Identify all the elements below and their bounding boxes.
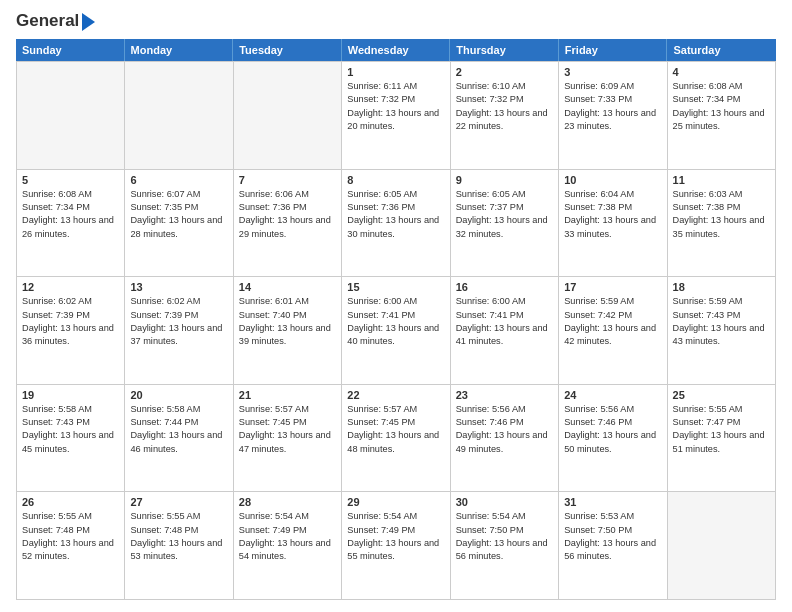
day-info: Sunrise: 6:02 AMSunset: 7:39 PMDaylight:… xyxy=(22,295,119,348)
day-info: Sunrise: 5:59 AMSunset: 7:43 PMDaylight:… xyxy=(673,295,770,348)
calendar-cell: 23Sunrise: 5:56 AMSunset: 7:46 PMDayligh… xyxy=(451,385,559,493)
calendar-cell: 7Sunrise: 6:06 AMSunset: 7:36 PMDaylight… xyxy=(234,170,342,278)
logo-general-text: General xyxy=(16,12,79,31)
day-header-sunday: Sunday xyxy=(16,39,125,61)
day-number: 10 xyxy=(564,174,661,186)
calendar-body: 1Sunrise: 6:11 AMSunset: 7:32 PMDaylight… xyxy=(16,61,776,600)
calendar-cell: 18Sunrise: 5:59 AMSunset: 7:43 PMDayligh… xyxy=(668,277,776,385)
calendar-cell xyxy=(668,492,776,600)
day-number: 12 xyxy=(22,281,119,293)
day-info: Sunrise: 6:05 AMSunset: 7:37 PMDaylight:… xyxy=(456,188,553,241)
calendar-cell xyxy=(125,62,233,170)
calendar-cell xyxy=(234,62,342,170)
calendar-cell: 10Sunrise: 6:04 AMSunset: 7:38 PMDayligh… xyxy=(559,170,667,278)
calendar-cell: 21Sunrise: 5:57 AMSunset: 7:45 PMDayligh… xyxy=(234,385,342,493)
day-number: 6 xyxy=(130,174,227,186)
day-header-wednesday: Wednesday xyxy=(342,39,451,61)
day-info: Sunrise: 5:59 AMSunset: 7:42 PMDaylight:… xyxy=(564,295,661,348)
day-info: Sunrise: 5:54 AMSunset: 7:50 PMDaylight:… xyxy=(456,510,553,563)
day-info: Sunrise: 6:06 AMSunset: 7:36 PMDaylight:… xyxy=(239,188,336,241)
calendar-cell: 22Sunrise: 5:57 AMSunset: 7:45 PMDayligh… xyxy=(342,385,450,493)
day-info: Sunrise: 6:08 AMSunset: 7:34 PMDaylight:… xyxy=(22,188,119,241)
calendar-cell: 3Sunrise: 6:09 AMSunset: 7:33 PMDaylight… xyxy=(559,62,667,170)
calendar-cell: 19Sunrise: 5:58 AMSunset: 7:43 PMDayligh… xyxy=(17,385,125,493)
day-info: Sunrise: 5:57 AMSunset: 7:45 PMDaylight:… xyxy=(347,403,444,456)
day-number: 11 xyxy=(673,174,770,186)
calendar-page: General SundayMondayTuesdayWednesdayThur… xyxy=(0,0,792,612)
calendar-cell: 24Sunrise: 5:56 AMSunset: 7:46 PMDayligh… xyxy=(559,385,667,493)
logo-top-line: General xyxy=(16,12,95,31)
calendar-week-2: 5Sunrise: 6:08 AMSunset: 7:34 PMDaylight… xyxy=(17,170,776,278)
day-info: Sunrise: 5:58 AMSunset: 7:43 PMDaylight:… xyxy=(22,403,119,456)
day-number: 23 xyxy=(456,389,553,401)
day-info: Sunrise: 6:00 AMSunset: 7:41 PMDaylight:… xyxy=(456,295,553,348)
calendar-cell: 27Sunrise: 5:55 AMSunset: 7:48 PMDayligh… xyxy=(125,492,233,600)
day-number: 29 xyxy=(347,496,444,508)
day-number: 13 xyxy=(130,281,227,293)
day-info: Sunrise: 6:10 AMSunset: 7:32 PMDaylight:… xyxy=(456,80,553,133)
calendar-cell xyxy=(17,62,125,170)
calendar-week-3: 12Sunrise: 6:02 AMSunset: 7:39 PMDayligh… xyxy=(17,277,776,385)
calendar: SundayMondayTuesdayWednesdayThursdayFrid… xyxy=(16,39,776,600)
logo: General xyxy=(16,12,95,31)
page-header: General xyxy=(16,12,776,31)
day-number: 1 xyxy=(347,66,444,78)
day-info: Sunrise: 5:58 AMSunset: 7:44 PMDaylight:… xyxy=(130,403,227,456)
calendar-week-5: 26Sunrise: 5:55 AMSunset: 7:48 PMDayligh… xyxy=(17,492,776,600)
day-info: Sunrise: 6:04 AMSunset: 7:38 PMDaylight:… xyxy=(564,188,661,241)
calendar-cell: 26Sunrise: 5:55 AMSunset: 7:48 PMDayligh… xyxy=(17,492,125,600)
day-number: 21 xyxy=(239,389,336,401)
day-number: 24 xyxy=(564,389,661,401)
calendar-cell: 4Sunrise: 6:08 AMSunset: 7:34 PMDaylight… xyxy=(668,62,776,170)
day-number: 5 xyxy=(22,174,119,186)
calendar-cell: 9Sunrise: 6:05 AMSunset: 7:37 PMDaylight… xyxy=(451,170,559,278)
day-number: 14 xyxy=(239,281,336,293)
day-number: 30 xyxy=(456,496,553,508)
calendar-cell: 12Sunrise: 6:02 AMSunset: 7:39 PMDayligh… xyxy=(17,277,125,385)
day-number: 18 xyxy=(673,281,770,293)
day-number: 20 xyxy=(130,389,227,401)
day-info: Sunrise: 5:57 AMSunset: 7:45 PMDaylight:… xyxy=(239,403,336,456)
day-header-friday: Friday xyxy=(559,39,668,61)
calendar-cell: 2Sunrise: 6:10 AMSunset: 7:32 PMDaylight… xyxy=(451,62,559,170)
calendar-cell: 28Sunrise: 5:54 AMSunset: 7:49 PMDayligh… xyxy=(234,492,342,600)
day-info: Sunrise: 5:56 AMSunset: 7:46 PMDaylight:… xyxy=(456,403,553,456)
day-header-tuesday: Tuesday xyxy=(233,39,342,61)
day-number: 22 xyxy=(347,389,444,401)
day-info: Sunrise: 6:05 AMSunset: 7:36 PMDaylight:… xyxy=(347,188,444,241)
day-info: Sunrise: 5:53 AMSunset: 7:50 PMDaylight:… xyxy=(564,510,661,563)
calendar-cell: 25Sunrise: 5:55 AMSunset: 7:47 PMDayligh… xyxy=(668,385,776,493)
day-info: Sunrise: 5:54 AMSunset: 7:49 PMDaylight:… xyxy=(347,510,444,563)
calendar-cell: 11Sunrise: 6:03 AMSunset: 7:38 PMDayligh… xyxy=(668,170,776,278)
day-header-monday: Monday xyxy=(125,39,234,61)
day-header-thursday: Thursday xyxy=(450,39,559,61)
day-info: Sunrise: 6:09 AMSunset: 7:33 PMDaylight:… xyxy=(564,80,661,133)
day-number: 17 xyxy=(564,281,661,293)
calendar-week-4: 19Sunrise: 5:58 AMSunset: 7:43 PMDayligh… xyxy=(17,385,776,493)
day-number: 3 xyxy=(564,66,661,78)
calendar-cell: 8Sunrise: 6:05 AMSunset: 7:36 PMDaylight… xyxy=(342,170,450,278)
day-number: 19 xyxy=(22,389,119,401)
day-number: 7 xyxy=(239,174,336,186)
calendar-cell: 1Sunrise: 6:11 AMSunset: 7:32 PMDaylight… xyxy=(342,62,450,170)
day-number: 31 xyxy=(564,496,661,508)
calendar-cell: 30Sunrise: 5:54 AMSunset: 7:50 PMDayligh… xyxy=(451,492,559,600)
calendar-cell: 16Sunrise: 6:00 AMSunset: 7:41 PMDayligh… xyxy=(451,277,559,385)
day-number: 4 xyxy=(673,66,770,78)
day-header-saturday: Saturday xyxy=(667,39,776,61)
calendar-cell: 6Sunrise: 6:07 AMSunset: 7:35 PMDaylight… xyxy=(125,170,233,278)
day-info: Sunrise: 6:02 AMSunset: 7:39 PMDaylight:… xyxy=(130,295,227,348)
day-number: 28 xyxy=(239,496,336,508)
day-number: 16 xyxy=(456,281,553,293)
calendar-cell: 5Sunrise: 6:08 AMSunset: 7:34 PMDaylight… xyxy=(17,170,125,278)
day-info: Sunrise: 5:55 AMSunset: 7:47 PMDaylight:… xyxy=(673,403,770,456)
day-info: Sunrise: 6:01 AMSunset: 7:40 PMDaylight:… xyxy=(239,295,336,348)
calendar-cell: 31Sunrise: 5:53 AMSunset: 7:50 PMDayligh… xyxy=(559,492,667,600)
day-info: Sunrise: 6:08 AMSunset: 7:34 PMDaylight:… xyxy=(673,80,770,133)
day-info: Sunrise: 6:03 AMSunset: 7:38 PMDaylight:… xyxy=(673,188,770,241)
day-number: 15 xyxy=(347,281,444,293)
day-info: Sunrise: 5:56 AMSunset: 7:46 PMDaylight:… xyxy=(564,403,661,456)
calendar-cell: 20Sunrise: 5:58 AMSunset: 7:44 PMDayligh… xyxy=(125,385,233,493)
day-number: 26 xyxy=(22,496,119,508)
day-number: 2 xyxy=(456,66,553,78)
